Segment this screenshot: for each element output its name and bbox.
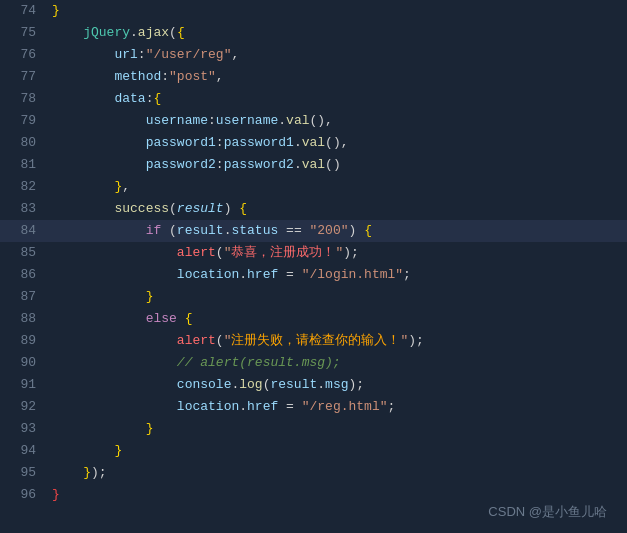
line-content-75: jQuery.ajax({: [48, 22, 627, 44]
code-line-95: 95 });: [0, 462, 627, 484]
code-line-89: 89 alert("注册失败，请检查你的输入！");: [0, 330, 627, 352]
code-line-90: 90 // alert(result.msg);: [0, 352, 627, 374]
line-num-96: 96: [0, 484, 48, 506]
line-content-74: }: [48, 0, 627, 22]
code-editor: 74 } 75 jQuery.ajax({ 76 url:"/user/reg"…: [0, 0, 627, 533]
code-line-92: 92 location.href = "/reg.html";: [0, 396, 627, 418]
line-num-77: 77: [0, 66, 48, 88]
line-num-79: 79: [0, 110, 48, 132]
code-line-81: 81 password2:password2.val(): [0, 154, 627, 176]
code-line-85: 85 alert("恭喜，注册成功！");: [0, 242, 627, 264]
line-num-80: 80: [0, 132, 48, 154]
line-content-93: }: [48, 418, 627, 440]
code-line-87: 87 }: [0, 286, 627, 308]
line-content-95: });: [48, 462, 627, 484]
line-content-82: },: [48, 176, 627, 198]
line-num-86: 86: [0, 264, 48, 286]
line-num-95: 95: [0, 462, 48, 484]
line-num-87: 87: [0, 286, 48, 308]
line-num-76: 76: [0, 44, 48, 66]
line-num-92: 92: [0, 396, 48, 418]
code-line-94: 94 }: [0, 440, 627, 462]
line-content-81: password2:password2.val(): [48, 154, 627, 176]
code-line-84: 84 if (result.status == "200") {: [0, 220, 627, 242]
line-num-74: 74: [0, 0, 48, 22]
line-content-77: method:"post",: [48, 66, 627, 88]
code-line-78: 78 data:{: [0, 88, 627, 110]
line-num-91: 91: [0, 374, 48, 396]
line-content-88: else {: [48, 308, 627, 330]
line-num-89: 89: [0, 330, 48, 352]
line-content-79: username:username.val(),: [48, 110, 627, 132]
line-content-92: location.href = "/reg.html";: [48, 396, 627, 418]
line-num-88: 88: [0, 308, 48, 330]
line-content-91: console.log(result.msg);: [48, 374, 627, 396]
code-line-80: 80 password1:password1.val(),: [0, 132, 627, 154]
line-num-83: 83: [0, 198, 48, 220]
line-content-86: location.href = "/login.html";: [48, 264, 627, 286]
line-num-93: 93: [0, 418, 48, 440]
line-content-87: }: [48, 286, 627, 308]
code-line-91: 91 console.log(result.msg);: [0, 374, 627, 396]
code-line-82: 82 },: [0, 176, 627, 198]
code-line-76: 76 url:"/user/reg",: [0, 44, 627, 66]
line-content-80: password1:password1.val(),: [48, 132, 627, 154]
watermark: CSDN @是小鱼儿哈: [488, 503, 607, 521]
line-content-76: url:"/user/reg",: [48, 44, 627, 66]
code-line-74: 74 }: [0, 0, 627, 22]
line-num-75: 75: [0, 22, 48, 44]
line-content-90: // alert(result.msg);: [48, 352, 627, 374]
line-num-85: 85: [0, 242, 48, 264]
line-content-89: alert("注册失败，请检查你的输入！");: [48, 330, 627, 352]
code-line-88: 88 else {: [0, 308, 627, 330]
line-num-81: 81: [0, 154, 48, 176]
code-line-75: 75 jQuery.ajax({: [0, 22, 627, 44]
line-content-84: if (result.status == "200") {: [48, 220, 627, 242]
code-line-77: 77 method:"post",: [0, 66, 627, 88]
line-num-90: 90: [0, 352, 48, 374]
line-content-83: success(result) {: [48, 198, 627, 220]
code-line-83: 83 success(result) {: [0, 198, 627, 220]
line-content-85: alert("恭喜，注册成功！");: [48, 242, 627, 264]
code-line-79: 79 username:username.val(),: [0, 110, 627, 132]
code-line-86: 86 location.href = "/login.html";: [0, 264, 627, 286]
code-line-93: 93 }: [0, 418, 627, 440]
line-content-78: data:{: [48, 88, 627, 110]
line-content-94: }: [48, 440, 627, 462]
line-num-94: 94: [0, 440, 48, 462]
line-num-78: 78: [0, 88, 48, 110]
line-num-82: 82: [0, 176, 48, 198]
line-num-84: 84: [0, 220, 48, 242]
